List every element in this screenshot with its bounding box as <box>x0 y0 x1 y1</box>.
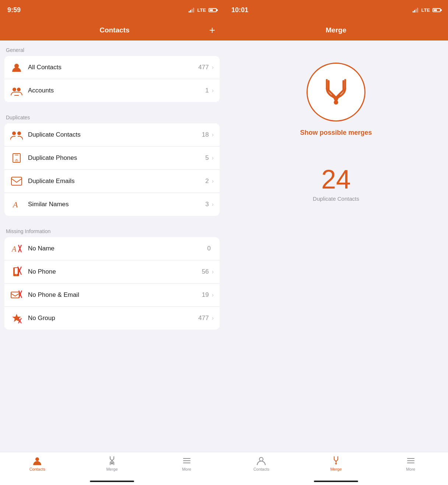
section-header-duplicates: Duplicates <box>0 108 224 123</box>
status-icons-left: LTE <box>189 7 217 13</box>
left-tab-bar: Contacts Merge More <box>0 452 224 485</box>
svg-text:A: A <box>12 200 18 209</box>
chevron-icon: › <box>212 87 214 94</box>
svg-point-2 <box>17 88 21 91</box>
similar-names-count: 3 <box>205 201 209 208</box>
tab-contacts-left[interactable]: Contacts <box>0 456 75 471</box>
merge-circle-button[interactable] <box>307 63 365 122</box>
similar-names-icon: A <box>10 198 23 211</box>
section-header-general: General <box>0 41 224 56</box>
general-list: All Contacts 477 › Accounts 1 <box>4 56 220 102</box>
list-item-no-name: A No Name 0 <box>4 237 220 260</box>
add-contact-button[interactable]: + <box>209 24 215 36</box>
merge-button-label[interactable]: Show possible merges <box>300 129 372 137</box>
home-indicator-left <box>90 481 134 482</box>
accounts-count: 1 <box>205 87 209 94</box>
all-contacts-label: All Contacts <box>28 64 198 71</box>
nav-title-left: Contacts <box>99 26 129 34</box>
left-panel: 9:59 LTE Contacts + General <box>0 0 224 485</box>
battery-left <box>209 8 217 12</box>
tab-merge-label-right: Merge <box>330 467 342 471</box>
chevron-icon: › <box>212 201 214 208</box>
no-phone-email-label: No Phone & Email <box>28 291 202 299</box>
signal-bars-right <box>413 7 418 13</box>
list-item-no-phone-email[interactable]: No Phone & Email 19 › <box>4 284 220 307</box>
no-name-label: No Name <box>28 245 207 252</box>
all-contacts-count: 477 <box>198 64 209 71</box>
svg-marker-26 <box>335 463 337 465</box>
duplicate-phones-label: Duplicate Phones <box>28 154 205 162</box>
left-scroll-content: General All Contacts 477 › <box>0 41 224 452</box>
no-group-count: 477 <box>198 314 209 322</box>
person-icon <box>10 61 23 74</box>
duplicate-count: 24 <box>321 166 351 193</box>
duplicate-contacts-label: Duplicate Contacts <box>28 131 202 138</box>
svg-point-4 <box>17 131 21 135</box>
duplicate-contacts-label: Duplicate Contacts <box>313 196 359 202</box>
chevron-icon: › <box>212 268 214 275</box>
duplicate-phones-icon <box>10 152 23 164</box>
no-name-count: 0 <box>207 245 211 252</box>
tab-merge-right[interactable]: Merge <box>299 456 374 471</box>
signal-bars-left <box>189 7 194 13</box>
right-panel: 10:01 LTE Merge <box>224 0 448 485</box>
list-item-all-contacts[interactable]: All Contacts 477 › <box>4 56 220 79</box>
no-phone-count: 56 <box>202 268 209 275</box>
list-item-no-phone[interactable]: No Phone 56 › <box>4 260 220 284</box>
no-phone-icon <box>10 266 23 278</box>
accounts-icon <box>10 84 23 97</box>
no-phone-label: No Phone <box>28 268 202 275</box>
battery-right <box>433 8 441 12</box>
tab-merge-label-left: Merge <box>106 467 118 471</box>
right-tab-bar: Contacts Merge More <box>224 452 448 485</box>
status-icons-right: LTE <box>413 7 441 13</box>
svg-point-18 <box>35 457 39 461</box>
svg-point-25 <box>259 457 263 461</box>
no-phone-email-count: 19 <box>202 291 209 299</box>
no-group-label: No Group <box>28 314 198 322</box>
duplicate-contacts-icon <box>10 129 23 141</box>
list-item-no-group[interactable]: No Group 477 › <box>4 307 220 330</box>
merge-content: Show possible merges 24 Duplicate Contac… <box>224 41 448 452</box>
list-item-duplicate-phones[interactable]: Duplicate Phones 5 › <box>4 147 220 170</box>
tab-more-label-right: More <box>406 467 415 471</box>
duplicates-list: Duplicate Contacts 18 › Duplicate Phones… <box>4 123 220 216</box>
nav-title-right: Merge <box>326 26 346 34</box>
duplicate-emails-count: 2 <box>205 178 209 185</box>
svg-point-19 <box>111 462 113 464</box>
lte-label-left: LTE <box>197 7 206 13</box>
tab-merge-left[interactable]: Merge <box>75 456 150 471</box>
tab-contacts-label-right: Contacts <box>253 467 269 471</box>
tab-contacts-label-left: Contacts <box>29 467 45 471</box>
list-item-accounts[interactable]: Accounts 1 › <box>4 79 220 102</box>
svg-rect-12 <box>11 292 19 298</box>
no-group-icon <box>10 312 23 324</box>
tab-more-right[interactable]: More <box>373 456 448 471</box>
duplicate-count-section: 24 Duplicate Contacts <box>313 166 359 202</box>
tab-contacts-right[interactable]: Contacts <box>224 456 299 471</box>
duplicate-emails-icon <box>10 175 23 187</box>
accounts-label: Accounts <box>28 87 205 94</box>
chevron-icon: › <box>212 178 214 184</box>
chevron-icon: › <box>212 292 214 298</box>
home-indicator-right <box>314 481 358 482</box>
chevron-icon: › <box>212 155 214 161</box>
svg-point-1 <box>13 88 16 91</box>
duplicate-contacts-count: 18 <box>202 131 209 138</box>
svg-point-3 <box>12 131 16 135</box>
missing-list: A No Name 0 No Phone 5 <box>4 237 220 330</box>
no-name-icon: A <box>10 242 23 255</box>
status-bar-right: 10:01 LTE <box>224 0 448 20</box>
list-item-duplicate-emails[interactable]: Duplicate Emails 2 › <box>4 170 220 193</box>
svg-text:A: A <box>11 245 17 253</box>
list-item-similar-names[interactable]: A Similar Names 3 › <box>4 193 220 216</box>
tab-more-label-left: More <box>182 467 191 471</box>
chevron-icon: › <box>212 315 214 321</box>
nav-bar-left: Contacts + <box>0 20 224 41</box>
lte-label-right: LTE <box>421 7 430 13</box>
list-item-duplicate-contacts[interactable]: Duplicate Contacts 18 › <box>4 123 220 147</box>
time-right: 10:01 <box>231 6 248 14</box>
chevron-icon: › <box>212 64 214 71</box>
tab-more-left[interactable]: More <box>149 456 224 471</box>
nav-bar-right: Merge <box>224 20 448 41</box>
